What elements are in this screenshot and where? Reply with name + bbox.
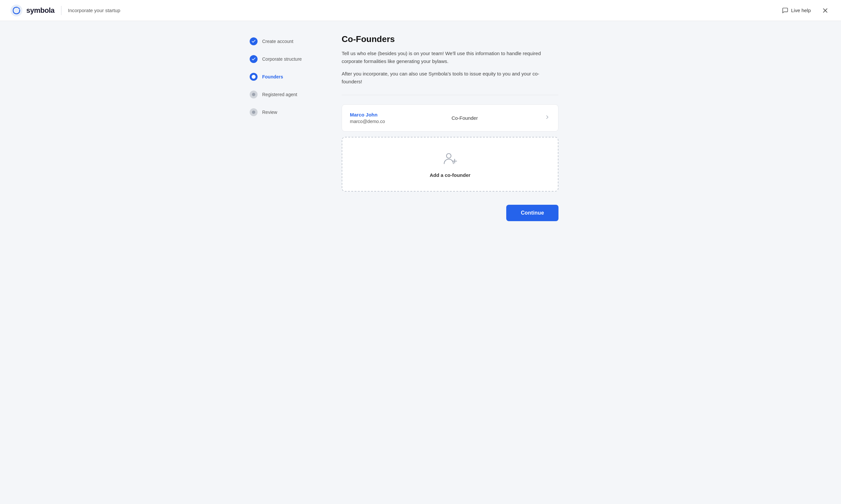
founder-name: Marco John: [350, 112, 385, 118]
content-divider: [342, 95, 559, 95]
live-help-label: Live help: [791, 7, 811, 13]
step-icon-corporate-structure: [250, 55, 258, 63]
founder-card[interactable]: Marco John marco@demo.co Co-Founder: [342, 104, 559, 131]
sidebar: Create account Corporate structure Found…: [250, 34, 315, 491]
step-label-registered-agent: Registered agent: [262, 92, 297, 97]
continue-button[interactable]: Continue: [506, 205, 559, 221]
main-layout: Create account Corporate structure Found…: [223, 21, 618, 504]
step-label-founders: Founders: [262, 74, 283, 79]
chevron-right-icon: [544, 114, 550, 122]
continue-row: Continue: [342, 205, 559, 221]
chat-icon: [782, 7, 788, 14]
header-subtitle: Incorporate your startup: [68, 7, 120, 13]
check-icon-corporate-structure: [251, 57, 256, 61]
step-icon-create-account: [250, 37, 258, 45]
sidebar-item-review[interactable]: Review: [250, 108, 315, 116]
founder-info: Marco John marco@demo.co: [350, 112, 385, 124]
sidebar-item-registered-agent[interactable]: Registered agent: [250, 91, 315, 98]
content-area: Co-Founders Tell us who else (besides yo…: [342, 34, 559, 491]
section-description-2: After you incorporate, you can also use …: [342, 70, 559, 86]
pending-dot-registered-agent: [252, 93, 255, 96]
header-divider: [61, 6, 62, 15]
add-cofounder-label: Add a co-founder: [430, 172, 470, 178]
add-person-icon: [442, 150, 458, 168]
symbola-logo-icon: [11, 5, 22, 16]
live-help-button[interactable]: Live help: [782, 7, 811, 14]
step-label-create-account: Create account: [262, 39, 293, 44]
step-icon-review: [250, 108, 258, 116]
founder-role: Co-Founder: [451, 115, 478, 121]
section-description-1: Tell us who else (besides you) is on you…: [342, 50, 559, 65]
founder-email: marco@demo.co: [350, 119, 385, 124]
check-icon-create-account: [251, 39, 256, 43]
step-icon-founders: [250, 73, 258, 81]
header: symbola Incorporate your startup Live he…: [0, 0, 841, 21]
svg-point-0: [11, 5, 22, 16]
logo-name: symbola: [26, 6, 54, 15]
sidebar-item-create-account[interactable]: Create account: [250, 37, 315, 45]
step-label-review: Review: [262, 110, 277, 115]
logo-area: symbola: [11, 5, 54, 16]
svg-point-3: [446, 154, 451, 158]
add-cofounder-card[interactable]: Add a co-founder: [342, 137, 559, 192]
section-title: Co-Founders: [342, 34, 559, 44]
step-icon-registered-agent: [250, 91, 258, 98]
close-icon: [822, 7, 829, 14]
step-label-corporate-structure: Corporate structure: [262, 56, 302, 62]
active-dot-founders: [252, 75, 256, 79]
sidebar-item-corporate-structure[interactable]: Corporate structure: [250, 55, 315, 63]
close-button[interactable]: [820, 5, 830, 16]
pending-dot-review: [252, 111, 255, 114]
header-right: Live help: [782, 5, 830, 16]
sidebar-item-founders[interactable]: Founders: [250, 73, 315, 81]
